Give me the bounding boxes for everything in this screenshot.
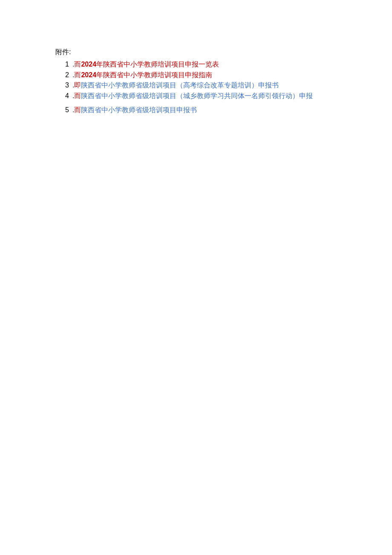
item-number: 1: [55, 59, 70, 70]
attachment-link-3[interactable]: 即陕西省中小学教师省级培训项目（高考综合改革专题培训）申报书: [74, 80, 279, 91]
item-rest: 陕西省中小学教师省级培训项目（城乡教师学习共同体一名师引领行动）申报: [81, 92, 313, 99]
item-prefix: 而: [74, 106, 81, 113]
item-prefix: 即: [74, 81, 81, 89]
attachment-link-5[interactable]: 而陕西省中小学教师省级培训项目申报书: [74, 105, 197, 116]
item-year: 2024: [81, 61, 96, 68]
spacer: [55, 102, 379, 105]
item-prefix: 而: [74, 71, 81, 78]
attachment-link-1[interactable]: 而2024年陕西省中小学教师培训项目申报一览表: [74, 59, 219, 70]
item-prefix: 而: [74, 92, 81, 99]
attachment-item: 2 . 而2024年陕西省中小学教师培训项目申报指南: [55, 70, 379, 81]
item-year: 2024: [81, 71, 96, 78]
item-rest: 陕西省中小学教师省级培训项目（高考综合改革专题培训）申报书: [81, 81, 279, 89]
attachment-item: 4 . 而陕西省中小学教师省级培训项目（城乡教师学习共同体一名师引领行动）申报: [55, 91, 379, 102]
item-number: 5: [55, 105, 70, 116]
item-number: 4: [55, 91, 70, 102]
item-rest: 陕西省中小学教师省级培训项目申报书: [81, 106, 197, 113]
attachment-link-4[interactable]: 而陕西省中小学教师省级培训项目（城乡教师学习共同体一名师引领行动）申报: [74, 91, 313, 102]
attachments-list: 1 . 而2024年陕西省中小学教师培训项目申报一览表 2 . 而2024年陕西…: [55, 59, 379, 116]
document-page: 附件: 1 . 而2024年陕西省中小学教师培训项目申报一览表 2 . 而202…: [0, 0, 392, 116]
item-rest: 年陕西省中小学教师培训项目申报指南: [96, 71, 212, 78]
attachment-link-2[interactable]: 而2024年陕西省中小学教师培训项目申报指南: [74, 70, 212, 81]
attachments-header: 附件:: [55, 47, 379, 58]
item-rest: 年陕西省中小学教师培训项目申报一览表: [96, 61, 219, 68]
item-prefix: 而: [74, 61, 81, 68]
attachment-item: 5 . 而陕西省中小学教师省级培训项目申报书: [55, 105, 379, 116]
attachment-item: 3 . 即陕西省中小学教师省级培训项目（高考综合改革专题培训）申报书: [55, 80, 379, 91]
attachment-item: 1 . 而2024年陕西省中小学教师培训项目申报一览表: [55, 59, 379, 70]
item-number: 2: [55, 70, 70, 81]
item-number: 3: [55, 80, 70, 91]
